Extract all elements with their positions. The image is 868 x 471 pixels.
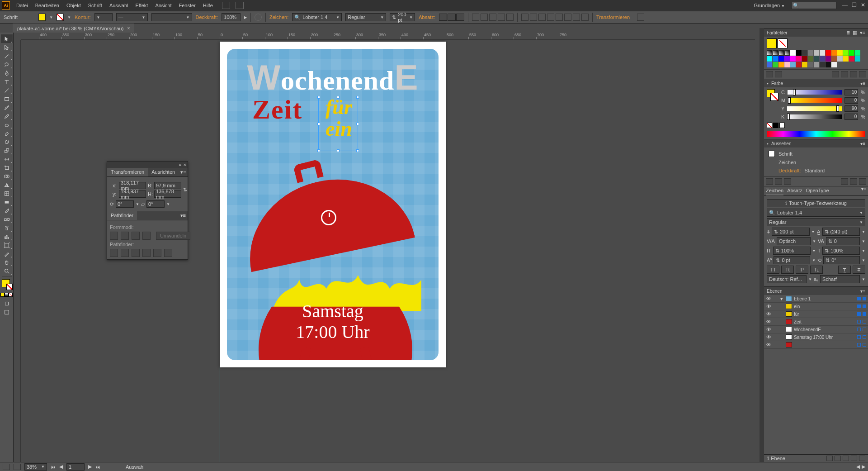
lasso-tool[interactable] (1, 60, 13, 69)
exclude-button[interactable] (142, 232, 151, 240)
none-color-icon[interactable] (767, 123, 772, 128)
color-mode-gradient[interactable] (5, 293, 9, 297)
tab-transformieren[interactable]: Transformieren (107, 168, 148, 176)
swatch-grid[interactable] (767, 50, 865, 67)
active-stroke-swatch[interactable] (778, 38, 788, 48)
divide-button[interactable] (110, 249, 118, 257)
artboard-number-field[interactable]: 1 (66, 463, 85, 471)
merge-button[interactable] (132, 249, 140, 257)
blend-tool[interactable] (1, 215, 13, 224)
target-icon[interactable] (857, 304, 861, 308)
tx-icon-2[interactable] (530, 14, 537, 21)
menu-datei[interactable]: Datei (15, 2, 29, 9)
close-tab-icon[interactable]: × (127, 26, 130, 31)
visibility-icon[interactable]: 👁 (766, 334, 771, 340)
panel-menu-icon[interactable]: ▾≡ (179, 168, 188, 176)
leading-field[interactable]: ⇅(240 pt) (822, 228, 860, 236)
swatch-kind-icon[interactable] (775, 71, 782, 77)
swatch[interactable] (802, 50, 807, 56)
zoom-tool[interactable] (1, 266, 13, 275)
appearance-opacity-label[interactable]: Deckkraft: (778, 168, 801, 173)
swatch[interactable] (767, 56, 772, 62)
collapsed-panel-strip[interactable] (760, 28, 764, 462)
tx-icon-1[interactable] (521, 14, 528, 21)
window-maximize-icon[interactable]: ❐ (851, 2, 857, 9)
layer-row[interactable]: 👁ein (764, 303, 868, 310)
artboard-nav-prev-icon[interactable]: ◀ (59, 464, 63, 470)
artboard-nav-next-icon[interactable]: ▶ (88, 464, 92, 470)
swatch[interactable] (767, 62, 772, 67)
align-icon-3[interactable] (489, 14, 496, 21)
outline-button[interactable] (153, 249, 161, 257)
blob-brush-tool[interactable] (1, 120, 13, 129)
appearance-title[interactable]: Aussehen (771, 141, 791, 146)
c-value[interactable]: 10 (844, 89, 858, 95)
color-title[interactable]: Farbe (771, 81, 783, 86)
tx-icon-6[interactable] (564, 14, 571, 21)
swatch[interactable] (814, 62, 819, 67)
paragraph-label[interactable]: Absatz: (419, 14, 435, 20)
align-icon-2[interactable] (481, 14, 488, 21)
c-slider[interactable] (788, 90, 842, 95)
window-minimize-icon[interactable]: — (842, 2, 848, 9)
y-value[interactable]: 90 (844, 105, 858, 112)
close-panel-icon[interactable]: × (184, 162, 186, 167)
font-family-field[interactable]: 🔍Lobster 1.4▼ (767, 209, 865, 217)
trim-button[interactable] (121, 249, 129, 257)
tx-icon-4[interactable] (547, 14, 554, 21)
swatch[interactable] (778, 56, 784, 62)
transform-link[interactable]: Transformieren (596, 14, 630, 20)
type-tool[interactable] (1, 77, 13, 86)
add-stroke-icon[interactable] (766, 178, 773, 185)
workspace-switcher[interactable]: Grundlagen ▼ (753, 2, 786, 9)
selection-tool[interactable] (1, 34, 13, 43)
kerning-field[interactable]: Optisch (777, 237, 811, 245)
free-transform-tool[interactable] (1, 163, 13, 172)
width-tool[interactable] (1, 155, 13, 163)
selected-art-icon[interactable] (863, 335, 866, 339)
ruler-vertical[interactable] (14, 40, 21, 462)
swatch[interactable] (820, 62, 825, 67)
layer-row[interactable]: 👁WochenendE (764, 326, 868, 333)
swatch[interactable] (843, 50, 849, 56)
font-style-field[interactable]: Regular▼ (345, 13, 386, 21)
magic-wand-tool[interactable] (1, 52, 13, 60)
align-icon-5[interactable] (506, 14, 514, 21)
transform-panel[interactable]: «× Transformieren Ausrichten ▾≡ x:318,11… (107, 161, 188, 260)
menu-fenster[interactable]: Fenster (178, 2, 196, 9)
add-fill-icon[interactable] (775, 178, 782, 185)
pencil-tool[interactable] (1, 112, 13, 120)
swatch[interactable] (820, 56, 825, 62)
swatch[interactable] (773, 56, 778, 62)
swatch[interactable] (826, 50, 831, 56)
column-graph-tool[interactable] (1, 232, 13, 241)
unite-button[interactable] (110, 232, 118, 240)
selected-art-icon[interactable] (863, 304, 866, 308)
fill-stroke-indicator[interactable] (1, 278, 13, 292)
swatch[interactable] (831, 56, 837, 62)
swatch[interactable] (814, 56, 819, 62)
new-swatch-icon[interactable] (850, 71, 857, 77)
panel-menu-icon[interactable]: ▾≡ (860, 141, 865, 146)
superscript-button[interactable]: T¹ (796, 266, 808, 274)
artboard-tool[interactable] (1, 241, 13, 249)
swatch[interactable] (831, 50, 837, 56)
status-icon-2[interactable] (14, 464, 21, 470)
gradient-tool[interactable] (1, 198, 13, 206)
tracking-field[interactable]: ⇅0 (826, 237, 860, 245)
visibility-icon[interactable]: 👁 (766, 327, 771, 332)
guide-vertical[interactable] (446, 40, 446, 462)
swatch[interactable] (802, 62, 807, 67)
align-left-button[interactable] (439, 14, 447, 21)
selected-art-icon[interactable] (863, 312, 866, 316)
target-icon[interactable] (857, 343, 861, 347)
opacity-label[interactable]: Deckkraft: (196, 14, 218, 20)
layer-row[interactable]: 👁für (764, 310, 868, 318)
make-clipping-mask-icon[interactable] (835, 456, 841, 461)
swatch[interactable] (790, 56, 796, 62)
clear-icon[interactable] (841, 178, 848, 185)
swatch[interactable] (773, 62, 778, 67)
zoom-field[interactable]: 38%▼ (24, 463, 47, 471)
rotate-field[interactable]: 0° (116, 200, 134, 208)
color-mode-none[interactable] (9, 293, 13, 297)
